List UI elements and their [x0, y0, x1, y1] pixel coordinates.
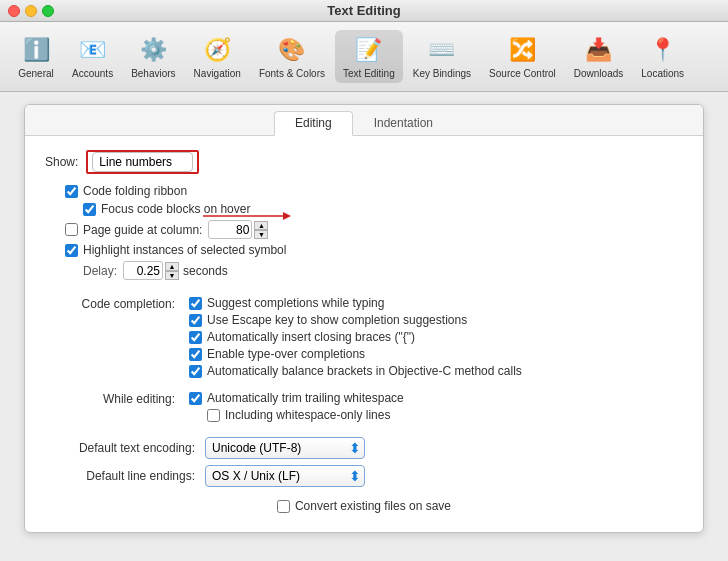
- show-dropdown[interactable]: Line numbers Page guide: [92, 152, 193, 172]
- toolbar: ℹ️ General 📧 Accounts ⚙️ Behaviors 🧭 Nav…: [0, 22, 728, 92]
- cc-item-3: Enable type-over completions: [189, 347, 683, 361]
- cc-label-4: Automatically balance brackets in Object…: [207, 364, 522, 378]
- svg-marker-1: [283, 212, 291, 220]
- panel: Editing Indentation Show: Line numbers P…: [24, 104, 704, 533]
- stepper-up[interactable]: ▲: [254, 221, 268, 230]
- toolbar-key-bindings-label: Key Bindings: [413, 68, 471, 79]
- code-folding-label: Code folding ribbon: [83, 184, 187, 198]
- cc-item-4: Automatically balance brackets in Object…: [189, 364, 683, 378]
- code-completion-checkboxes: Suggest completions while typing Use Esc…: [189, 296, 683, 381]
- toolbar-general-label: General: [18, 68, 54, 79]
- we-label-1: Including whitespace-only lines: [225, 408, 390, 422]
- focus-code-blocks-row: Focus code blocks on hover: [83, 202, 683, 216]
- toolbar-general[interactable]: ℹ️ General: [10, 30, 62, 83]
- delay-stepper[interactable]: ▲ ▼: [165, 262, 179, 280]
- highlight-instances-row: Highlight instances of selected symbol: [65, 243, 683, 257]
- delay-label: Delay:: [83, 264, 117, 278]
- traffic-lights: [8, 5, 54, 17]
- encoding-label: Default text encoding:: [45, 441, 195, 455]
- delay-stepper-down[interactable]: ▼: [165, 271, 179, 280]
- toolbar-key-bindings[interactable]: ⌨️ Key Bindings: [405, 30, 479, 83]
- cc-item-0: Suggest completions while typing: [189, 296, 683, 310]
- window-title: Text Editing: [327, 3, 400, 18]
- source-control-icon: 🔀: [506, 34, 538, 66]
- key-bindings-icon: ⌨️: [426, 34, 458, 66]
- toolbar-behaviors-label: Behaviors: [131, 68, 175, 79]
- highlight-instances-label: Highlight instances of selected symbol: [83, 243, 286, 257]
- stepper-down[interactable]: ▼: [254, 230, 268, 239]
- panel-body: Show: Line numbers Page guide Code foldi…: [25, 136, 703, 532]
- close-button[interactable]: [8, 5, 20, 17]
- line-endings-dropdown[interactable]: OS X / Unix (LF) Classic Mac OS (CR) Win…: [205, 465, 365, 487]
- cc-item-2: Automatically insert closing braces ("{"…: [189, 330, 683, 344]
- toolbar-fonts-colors-label: Fonts & Colors: [259, 68, 325, 79]
- convert-existing-row: Convert existing files on save: [277, 499, 451, 513]
- window: Text Editing ℹ️ General 📧 Accounts ⚙️ Be…: [0, 0, 728, 561]
- toolbar-text-editing[interactable]: 📝 Text Editing: [335, 30, 403, 83]
- toolbar-source-control[interactable]: 🔀 Source Control: [481, 30, 564, 83]
- toolbar-source-control-label: Source Control: [489, 68, 556, 79]
- focus-code-blocks-checkbox[interactable]: [83, 203, 96, 216]
- page-guide-row: Page guide at column: ▲ ▼: [65, 220, 683, 239]
- show-label: Show:: [45, 155, 78, 169]
- toolbar-fonts-colors[interactable]: 🎨 Fonts & Colors: [251, 30, 333, 83]
- cc-label-1: Use Escape key to show completion sugges…: [207, 313, 467, 327]
- we-checkbox-1[interactable]: [207, 409, 220, 422]
- cc-label-3: Enable type-over completions: [207, 347, 365, 361]
- line-endings-row: Default line endings: OS X / Unix (LF) C…: [45, 465, 683, 487]
- cc-checkbox-3[interactable]: [189, 348, 202, 361]
- code-completion-section: Code completion: Suggest completions whi…: [45, 296, 683, 381]
- code-folding-checkbox[interactable]: [65, 185, 78, 198]
- behaviors-icon: ⚙️: [137, 34, 169, 66]
- toolbar-downloads[interactable]: 📥 Downloads: [566, 30, 631, 83]
- page-guide-label: Page guide at column:: [83, 223, 202, 237]
- toolbar-accounts-label: Accounts: [72, 68, 113, 79]
- downloads-icon: 📥: [583, 34, 615, 66]
- delay-input[interactable]: [123, 261, 163, 280]
- cc-label-2: Automatically insert closing braces ("{"…: [207, 330, 415, 344]
- toolbar-downloads-label: Downloads: [574, 68, 623, 79]
- convert-existing-checkbox[interactable]: [277, 500, 290, 513]
- line-numbers-highlight: Line numbers Page guide: [86, 150, 199, 174]
- while-editing-section: While editing: Automatically trim traili…: [45, 391, 683, 425]
- toolbar-behaviors[interactable]: ⚙️ Behaviors: [123, 30, 183, 83]
- page-guide-checkbox[interactable]: [65, 223, 78, 236]
- maximize-button[interactable]: [42, 5, 54, 17]
- line-endings-dropdown-wrapper: OS X / Unix (LF) Classic Mac OS (CR) Win…: [205, 465, 365, 487]
- page-guide-input[interactable]: [208, 220, 252, 239]
- toolbar-accounts[interactable]: 📧 Accounts: [64, 30, 121, 83]
- while-editing-label: While editing:: [45, 391, 175, 406]
- toolbar-navigation[interactable]: 🧭 Navigation: [186, 30, 249, 83]
- while-editing-checkboxes: Automatically trim trailing whitespace I…: [189, 391, 683, 425]
- line-endings-label: Default line endings:: [45, 469, 195, 483]
- code-completion-label: Code completion:: [45, 296, 175, 311]
- delay-row: Delay: ▲ ▼ seconds: [83, 261, 683, 280]
- highlight-instances-checkbox[interactable]: [65, 244, 78, 257]
- cc-checkbox-1[interactable]: [189, 314, 202, 327]
- cc-checkbox-4[interactable]: [189, 365, 202, 378]
- delay-stepper-up[interactable]: ▲: [165, 262, 179, 271]
- we-item-0: Automatically trim trailing whitespace: [189, 391, 683, 405]
- fonts-colors-icon: 🎨: [276, 34, 308, 66]
- panel-tabs: Editing Indentation: [25, 105, 703, 136]
- toolbar-locations-label: Locations: [641, 68, 684, 79]
- text-editing-icon: 📝: [353, 34, 385, 66]
- tab-indentation[interactable]: Indentation: [353, 111, 454, 135]
- navigation-icon: 🧭: [201, 34, 233, 66]
- minimize-button[interactable]: [25, 5, 37, 17]
- cc-checkbox-0[interactable]: [189, 297, 202, 310]
- page-guide-stepper[interactable]: ▲ ▼: [254, 221, 268, 239]
- content-area: Editing Indentation Show: Line numbers P…: [0, 92, 728, 561]
- cc-checkbox-2[interactable]: [189, 331, 202, 344]
- tab-editing[interactable]: Editing: [274, 111, 353, 136]
- we-item-1: Including whitespace-only lines: [207, 408, 683, 422]
- delay-unit: seconds: [183, 264, 228, 278]
- show-row: Show: Line numbers Page guide: [45, 150, 683, 174]
- cc-item-1: Use Escape key to show completion sugges…: [189, 313, 683, 327]
- cc-label-0: Suggest completions while typing: [207, 296, 384, 310]
- toolbar-locations[interactable]: 📍 Locations: [633, 30, 692, 83]
- encoding-dropdown[interactable]: Unicode (UTF-8) UTF-16 ASCII: [205, 437, 365, 459]
- titlebar: Text Editing: [0, 0, 728, 22]
- we-checkbox-0[interactable]: [189, 392, 202, 405]
- general-icon: ℹ️: [20, 34, 52, 66]
